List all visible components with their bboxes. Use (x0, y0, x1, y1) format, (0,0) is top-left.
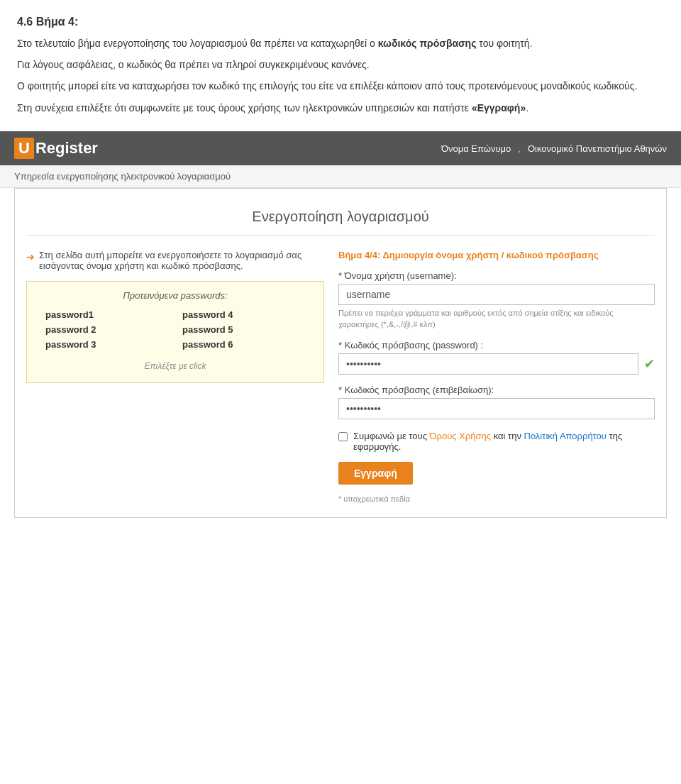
password-label: * Κωδικός πρόσβασης (password) : (338, 340, 655, 350)
intro-para2: Για λόγους ασφάλειας, ο κωδικός θα πρέπε… (17, 57, 664, 72)
section-title: 4.6 Βήμα 4: (17, 13, 664, 31)
password-item-2[interactable]: password 2 (45, 324, 168, 335)
logo-register-text: Register (35, 139, 98, 158)
password-item-4[interactable]: password 4 (182, 309, 305, 320)
password-confirm-label: * Κωδικός πρόσβασης (επιβεβαίωση): (338, 385, 655, 395)
password-item-6[interactable]: password 6 (182, 339, 305, 350)
username-label: * Όνομα χρήστη (username): (338, 270, 655, 281)
terms-text: Συμφωνώ με τους Όρους Χρήσης και την Πολ… (353, 431, 655, 452)
terms-row: Συμφωνώ με τους Όρους Χρήσης και την Πολ… (338, 431, 655, 452)
password-item-1[interactable]: password1 (45, 309, 168, 320)
page-title: Ενεργοποίηση λογαριασμού (26, 209, 655, 236)
inner-padding: Ενεργοποίηση λογαριασμού ➜ Στη σελίδα αυ… (15, 189, 666, 517)
terms-checkbox[interactable] (338, 432, 348, 441)
password-input-wrapper: ✔ (338, 353, 655, 375)
logo-u-letter: U (14, 138, 34, 159)
intro-para1: Στο τελευταίο βήμα ενεργοποίησης του λογ… (17, 35, 664, 51)
username-input[interactable] (338, 284, 655, 305)
header-nav: Όνομα Επώνυμο , Οικονομικό Πανεπιστήμιο … (441, 143, 667, 154)
terms-link-1[interactable]: Όρους Χρήσης (430, 431, 492, 441)
password-group: * Κωδικός πρόσβασης (password) : ✔ (338, 340, 655, 375)
required-note: * υποχρεωτικά πεδία (338, 495, 655, 503)
header-separator: , (518, 143, 521, 154)
user-name: Όνομα Επώνυμο (441, 143, 511, 154)
main-box: Ενεργοποίηση λογαριασμού ➜ Στη σελίδα αυ… (14, 188, 667, 518)
password-confirm-group: * Κωδικός πρόσβασης (επιβεβαίωση): (338, 385, 655, 419)
right-column: Βήμα 4/4: Δημιουργία όνομα χρήστη / κωδι… (338, 250, 655, 503)
password-confirm-input[interactable] (338, 398, 655, 419)
passwords-box-title: Προτεινόμενα passwords: (38, 290, 312, 301)
two-col-layout: ➜ Στη σελίδα αυτή μπορείτε να ενεργοποιή… (26, 250, 655, 503)
submit-button[interactable]: Εγγραφή (338, 462, 413, 485)
intro-para4: Στη συνέχεια επιλέξτε ότι συμφωνείτε με … (17, 100, 664, 116)
left-intro-content: Στη σελίδα αυτή μπορείτε να ενεργοποιήσε… (39, 250, 324, 271)
password-input[interactable] (338, 353, 638, 375)
left-intro-text: ➜ Στη σελίδα αυτή μπορείτε να ενεργοποιή… (26, 250, 324, 271)
click-hint: Επιλέξτε με click (38, 361, 312, 371)
left-column: ➜ Στη σελίδα αυτή μπορείτε να ενεργοποιή… (26, 250, 324, 390)
passwords-grid: password1 password 4 password 2 password… (38, 309, 312, 350)
bold-keyword: κωδικός πρόσβασης (378, 38, 477, 49)
password-check-icon: ✔ (644, 356, 655, 372)
terms-prefix: Συμφωνώ με τους (353, 431, 430, 441)
sub-header-text: Υπηρεσία ενεργοποίησης ηλεκτρονικού λογα… (14, 171, 231, 182)
instruction-area: 4.6 Βήμα 4: Στο τελευταίο βήμα ενεργοποί… (0, 0, 681, 131)
eggrafi-bold: «Εγγραφή» (472, 102, 526, 114)
terms-link-2[interactable]: Πολιτική Απορρήτου (524, 431, 607, 441)
password-item-5[interactable]: password 5 (182, 324, 305, 335)
header-bar: U Register Όνομα Επώνυμο , Οικονομικό Πα… (0, 131, 681, 165)
site-logo: U Register (14, 138, 98, 159)
university-name: Οικονομικό Πανεπιστήμιο Αθηνών (528, 143, 667, 154)
password-item-3[interactable]: password 3 (45, 339, 168, 350)
step-header: Βήμα 4/4: Δημιουργία όνομα χρήστη / κωδι… (338, 250, 655, 260)
sub-header: Υπηρεσία ενεργοποίησης ηλεκτρονικού λογα… (0, 165, 681, 188)
intro-para3: Ο φοιτητής μπορεί είτε να καταχωρήσει το… (17, 78, 664, 94)
arrow-icon: ➜ (26, 251, 35, 263)
username-group: * Όνομα χρήστη (username): Πρέπει να περ… (338, 270, 655, 330)
passwords-box: Προτεινόμενα passwords: password1 passwo… (26, 281, 324, 383)
terms-mid: και την (491, 431, 524, 441)
username-hint: Πρέπει να περιέχει γράμματα και αριθμούς… (338, 308, 655, 330)
